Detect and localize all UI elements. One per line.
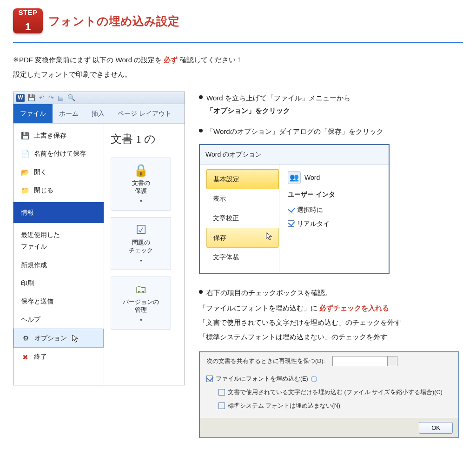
- open-folder-icon: 📂: [21, 168, 29, 176]
- bullet-3-text: 右下の項目のチェックボックスを確認。: [206, 286, 332, 299]
- save-icon[interactable]: 💾: [27, 92, 35, 104]
- file-item-label: オプション: [34, 332, 67, 344]
- user-settings-icon: 👥: [288, 171, 301, 184]
- content-row: W 💾 ↶ ↷ ▤ 🔍 ファイル ホーム 挿入 ページ レイアウト 💾 上書き保…: [13, 92, 463, 438]
- tab-layout[interactable]: ページ レイアウト: [111, 104, 178, 123]
- checkbox-icon: [288, 207, 294, 213]
- ribbon-tabs: ファイル ホーム 挿入 ページ レイアウト: [13, 104, 185, 124]
- file-backstage: 💾 上書き保存 📄 名前を付けて保存 📂 開く 📁 閉じる 情報: [13, 124, 185, 384]
- options-subheader: ユーザー インタ: [288, 189, 385, 200]
- saveas-icon: 📄: [21, 150, 29, 158]
- embed-check-2[interactable]: 文書で使用されている文字だけを埋め込む (ファイル サイズを縮小する場合)(C): [218, 386, 452, 399]
- word-titlebar: W 💾 ↶ ↷ ▤ 🔍: [13, 92, 185, 104]
- options-cat-proof[interactable]: 文章校正: [206, 209, 279, 228]
- options-dialog-title: Word のオプション: [200, 145, 389, 165]
- step-badge-number: 1: [25, 18, 31, 36]
- check-icon: ☑: [132, 222, 150, 237]
- bullet-3: 右下の項目のチェックボックスを確認。: [199, 286, 463, 299]
- file-item-open[interactable]: 📂 開く: [13, 163, 104, 181]
- intro-1a: ※PDF 変換作業前にまず 以下の Word の設定を: [13, 56, 162, 64]
- tab-file[interactable]: ファイル: [13, 104, 53, 123]
- bullet-dot-icon: [199, 129, 203, 132]
- file-item-new[interactable]: 新規作成: [13, 256, 104, 274]
- close-folder-icon: 📁: [21, 186, 29, 194]
- preview-icon[interactable]: 🔍: [67, 92, 75, 104]
- tab-insert[interactable]: 挿入: [85, 104, 111, 123]
- options-icon: ⚙: [21, 334, 30, 343]
- file-item-label: 情報: [21, 207, 34, 218]
- file-item-help[interactable]: ヘルプ: [13, 310, 104, 329]
- protect-document-button[interactable]: 🔒 文書の 保護 ▾: [111, 158, 171, 211]
- file-item-close[interactable]: 📁 閉じる: [13, 181, 104, 199]
- file-item-exit[interactable]: ✖ 終了: [13, 348, 104, 366]
- options-check-1[interactable]: 選択時に: [288, 204, 385, 216]
- bullet-dot-icon: [199, 95, 203, 99]
- tab-home[interactable]: ホーム: [53, 104, 85, 123]
- file-item-label: 新規作成: [21, 259, 47, 271]
- check-para-2: 「文書で使用されている文字だけを埋め込む」のチェックを外す: [199, 316, 463, 329]
- options-icon-row: 👥 Word: [288, 171, 385, 184]
- embed-check-2-label: 文書で使用されている文字だけを埋め込む (ファイル サイズを縮小する場合)(C): [228, 387, 443, 398]
- options-cat-view[interactable]: 表示: [206, 189, 279, 208]
- file-item-saveas[interactable]: 📄 名前を付けて保存: [13, 145, 104, 163]
- word-file-menu-screenshot: W 💾 ↶ ↷ ▤ 🔍 ファイル ホーム 挿入 ページ レイアウト 💾 上書き保…: [13, 92, 185, 385]
- bullet-1-line-a: Word を立ち上げて「ファイル」メニューから: [206, 94, 350, 102]
- document-combo[interactable]: [332, 356, 397, 366]
- bullet-2: 「Wordのオプション」ダイアログの「保存」をクリック: [199, 125, 463, 138]
- intro-line-2: 設定したフォントで印刷できません。: [13, 68, 463, 80]
- file-item-save[interactable]: 💾 上書き保存: [13, 126, 104, 145]
- help-icon[interactable]: ⓘ: [311, 374, 317, 384]
- file-item-label: 印刷: [21, 277, 34, 289]
- file-item-recent[interactable]: 最近使用した ファイル: [13, 226, 104, 256]
- step-badge-label: STEP: [18, 6, 37, 19]
- checkbox-icon: [288, 220, 294, 227]
- check-para-1: 「ファイルにフォントを埋め込む」に 必ずチェックを入れる: [199, 302, 463, 314]
- options-check-1-label: 選択時に: [297, 204, 323, 216]
- options-cat-typo[interactable]: 文字体裁: [206, 248, 279, 267]
- versions-icon: 🗂: [132, 282, 150, 297]
- font-embed-settings-screenshot: 次の文書を共有するときに再現性を保つ(D): ファイルにフォントを埋め込む(E)…: [199, 351, 459, 438]
- file-item-print[interactable]: 印刷: [13, 274, 104, 292]
- backstage-actions: 🔒 文書の 保護 ▾ ☑ 問題の チェック ▾ 🗂 バージョンの 管理 ▾: [111, 158, 180, 329]
- exit-icon: ✖: [21, 353, 29, 361]
- file-item-share[interactable]: 保存と送信: [13, 292, 104, 310]
- embed-check-1-label: ファイルにフォントを埋め込む(E): [216, 374, 308, 384]
- checkbox-icon: [218, 389, 225, 396]
- options-check-2[interactable]: リアルタイ: [288, 218, 385, 230]
- file-item-label: 開く: [34, 166, 47, 178]
- check-issues-button[interactable]: ☑ 問題の チェック ▾: [111, 217, 171, 270]
- options-category-list: 基本設定 表示 文章校正 保存 文字体裁: [200, 165, 279, 273]
- options-cat-label: 保存: [213, 234, 226, 241]
- options-word-label: Word: [304, 172, 320, 184]
- intro-emph: 必ず: [164, 56, 178, 64]
- file-item-info[interactable]: 情報: [13, 202, 104, 223]
- lock-icon: 🔒: [132, 163, 150, 178]
- right-column: Word を立ち上げて「ファイル」メニューから 「オプション」をクリック 「Wo…: [199, 92, 463, 438]
- check-para-3: 「標準システムフォントは埋め込まない」のチェックを外す: [199, 330, 463, 343]
- file-item-label: 終了: [34, 351, 47, 363]
- file-item-label: 上書き保存: [34, 130, 66, 141]
- file-item-label: 名前を付けて保存: [34, 148, 86, 159]
- step-badge: STEP 1: [13, 8, 43, 33]
- intro-1b: 確認してください！: [180, 56, 243, 64]
- options-cat-save[interactable]: 保存: [206, 228, 279, 248]
- word-options-screenshot: Word のオプション 基本設定 表示 文章校正 保存 文字体裁 👥 Word: [199, 144, 390, 274]
- embed-check-3[interactable]: 標準システム フォントは埋め込まない(N): [218, 399, 452, 413]
- options-check-2-label: リアルタイ: [297, 218, 330, 230]
- check-para-1a: 「ファイルにフォントを埋め込む」に: [199, 304, 317, 312]
- dropdown-icon: ▾: [140, 257, 142, 265]
- save-icon: 💾: [21, 132, 29, 140]
- checkbox-icon: [206, 376, 213, 382]
- button-label: バージョンの 管理: [123, 298, 159, 314]
- redo-icon[interactable]: ↷: [48, 92, 54, 104]
- bullet-1: Word を立ち上げて「ファイル」メニューから 「オプション」をクリック: [199, 92, 463, 117]
- embed-check-3-label: 標準システム フォントは埋め込まない(N): [228, 401, 340, 411]
- undo-icon[interactable]: ↶: [39, 92, 45, 104]
- print-icon[interactable]: ▤: [58, 92, 64, 104]
- manage-versions-button[interactable]: 🗂 バージョンの 管理 ▾: [111, 277, 171, 330]
- embed-check-1[interactable]: ファイルにフォントを埋め込む(E) ⓘ: [206, 372, 452, 386]
- ok-button[interactable]: OK: [419, 422, 453, 434]
- options-cat-basic[interactable]: 基本設定: [206, 169, 279, 189]
- file-item-options[interactable]: ⚙ オプション: [13, 329, 104, 348]
- file-item-label: 閉じる: [34, 185, 53, 196]
